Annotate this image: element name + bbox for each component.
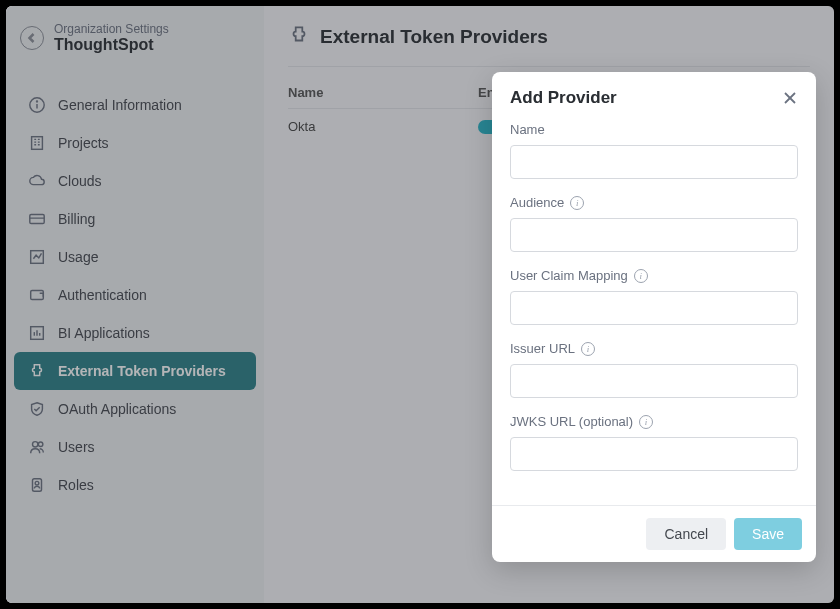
field-audience: Audience i [510, 195, 798, 252]
close-button[interactable] [782, 90, 798, 106]
modal-body: Name Audience i User Claim Mapping i [492, 118, 816, 505]
field-jwks: JWKS URL (optional) i [510, 414, 798, 471]
info-icon[interactable]: i [581, 342, 595, 356]
field-label: Name [510, 122, 545, 137]
add-provider-modal: Add Provider Name Audience i User Claim … [492, 72, 816, 562]
field-label: Issuer URL [510, 341, 575, 356]
modal-title: Add Provider [510, 88, 617, 108]
info-icon[interactable]: i [639, 415, 653, 429]
info-icon[interactable]: i [634, 269, 648, 283]
modal-footer: Cancel Save [492, 505, 816, 562]
field-label: User Claim Mapping [510, 268, 628, 283]
field-user-claim: User Claim Mapping i [510, 268, 798, 325]
user-claim-input[interactable] [510, 291, 798, 325]
info-icon[interactable]: i [570, 196, 584, 210]
field-label: JWKS URL (optional) [510, 414, 633, 429]
field-label: Audience [510, 195, 564, 210]
save-button[interactable]: Save [734, 518, 802, 550]
app-window: Organization Settings ThoughtSpot Genera… [6, 6, 834, 603]
name-input[interactable] [510, 145, 798, 179]
field-issuer: Issuer URL i [510, 341, 798, 398]
modal-header: Add Provider [492, 72, 816, 118]
cancel-button[interactable]: Cancel [646, 518, 726, 550]
field-name: Name [510, 122, 798, 179]
issuer-input[interactable] [510, 364, 798, 398]
audience-input[interactable] [510, 218, 798, 252]
jwks-input[interactable] [510, 437, 798, 471]
